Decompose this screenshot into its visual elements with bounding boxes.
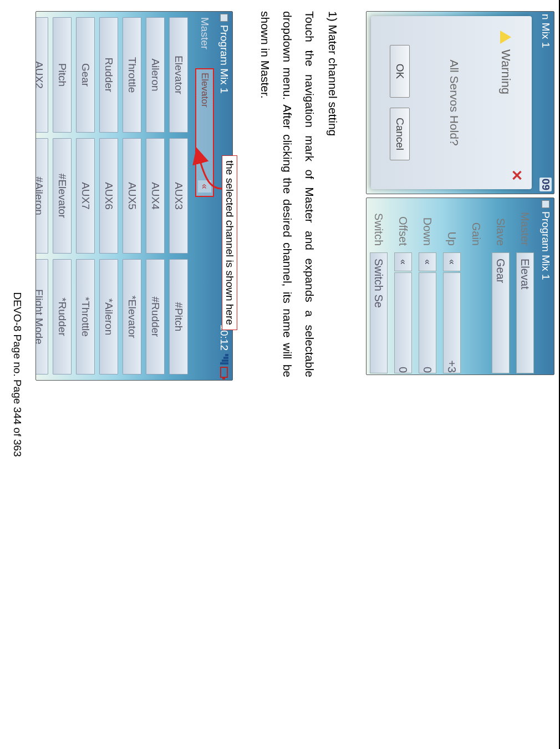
slave-field[interactable]: Gear xyxy=(492,252,510,373)
dec-button[interactable]: « xyxy=(419,252,436,271)
battery-icon xyxy=(220,367,228,378)
warning-dialog: ✕ Warning All Servos Hold? OK Cancel xyxy=(371,16,532,189)
channel-option[interactable]: *Elevator xyxy=(123,259,141,374)
channel-option[interactable]: Elevator xyxy=(169,17,188,133)
body-text: 1) Mater channel setting Touch the navig… xyxy=(254,11,344,377)
signal-icon xyxy=(225,354,228,356)
figure-2: the selected channel is shown here Progr… xyxy=(35,11,233,381)
paragraph: Touch the navigation mark of Master and … xyxy=(254,11,320,377)
switch-field[interactable]: Switch Se xyxy=(370,252,388,373)
channel-option[interactable]: Aileron xyxy=(146,17,165,133)
cancel-button[interactable]: Cancel xyxy=(390,108,410,160)
dialog-message: All Servos Hold? xyxy=(447,59,461,145)
figure-1: n Mix 1 09 ✕ Warning All Servos Hold? OK… xyxy=(366,11,554,738)
row-label: Slave xyxy=(495,203,507,252)
row-label: Gain xyxy=(470,203,483,252)
row-label: Switch xyxy=(373,203,385,252)
channel-option[interactable]: *Aileron xyxy=(99,259,118,374)
channel-option[interactable]: AUX3 xyxy=(169,138,188,254)
master-field[interactable]: Elevat xyxy=(516,252,534,373)
channel-option[interactable]: AUX4 xyxy=(146,138,165,254)
channel-option[interactable]: Flight Mode xyxy=(35,259,48,374)
heading: 1) Mater channel setting xyxy=(322,11,344,377)
channel-option[interactable]: Pitch xyxy=(53,17,72,133)
master-selected: Elevator xyxy=(199,73,210,107)
arrow-icon xyxy=(192,178,222,200)
square-icon xyxy=(220,14,228,22)
screen-b: Program Mix 1 MasterElevat SlaveGear Gai… xyxy=(366,198,554,375)
dec-button[interactable]: « xyxy=(394,252,412,271)
channel-option[interactable]: #Aileron xyxy=(35,138,48,254)
channel-option[interactable]: #Pitch xyxy=(169,259,188,374)
title-left: n Mix 1 xyxy=(539,14,552,48)
screen-a: n Mix 1 09 ✕ Warning All Servos Hold? OK… xyxy=(366,11,554,194)
dec-button[interactable]: « xyxy=(443,252,461,271)
square-icon xyxy=(542,200,549,208)
offset-value: 0 xyxy=(394,272,412,373)
row-label: Down xyxy=(421,203,434,252)
close-icon[interactable]: ✕ xyxy=(508,169,525,181)
form: MasterElevat SlaveGear Gain Up«+3 Down«0… xyxy=(366,203,537,374)
channel-option[interactable]: AUX2 xyxy=(35,17,48,133)
titlebar: n Mix 1 09 xyxy=(537,12,554,194)
row-label: Up xyxy=(446,203,459,252)
dialog-title: Warning xyxy=(498,49,513,94)
channel-option[interactable]: *Rudder xyxy=(53,259,72,374)
channel-option[interactable]: AUX7 xyxy=(76,138,95,254)
channel-option[interactable]: *Throttle xyxy=(76,259,95,374)
titlebar: Program Mix 1 xyxy=(537,198,554,374)
channel-option[interactable]: #Rudder xyxy=(146,259,165,374)
ok-button[interactable]: OK xyxy=(390,45,410,98)
channel-option[interactable]: AUX6 xyxy=(99,138,118,254)
channel-option[interactable]: Rudder xyxy=(99,17,118,133)
page-footer: DEVO-8 Page no. Page 344 of 363 xyxy=(11,0,23,749)
up-value: +3 xyxy=(443,272,461,373)
channel-option[interactable]: Gear xyxy=(76,17,95,133)
title-right-num: 09 xyxy=(539,178,552,191)
master-label: Master xyxy=(198,17,211,62)
title-left: Program Mix 1 xyxy=(218,22,230,94)
dialog-title-row: Warning xyxy=(498,16,513,94)
callout-label: the selected channel is shown here xyxy=(222,155,237,330)
channel-option[interactable]: Throttle xyxy=(123,17,141,133)
row-label: Offset xyxy=(397,203,410,252)
down-value: 0 xyxy=(419,272,436,373)
row-label: Master xyxy=(519,203,532,252)
channel-option[interactable]: AUX5 xyxy=(123,138,141,254)
channel-option[interactable]: #Elevator xyxy=(53,138,72,254)
title-left: Program Mix 1 xyxy=(539,208,552,280)
warning-icon xyxy=(500,31,511,44)
